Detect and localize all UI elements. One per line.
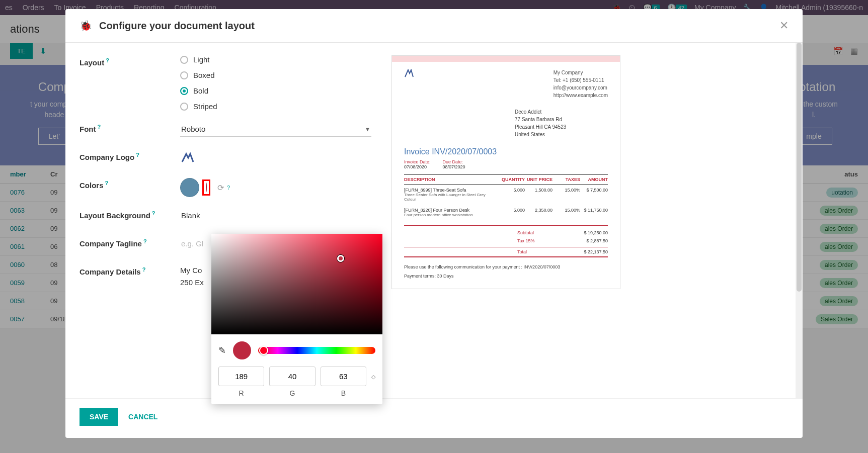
help-icon[interactable]: ? xyxy=(97,124,101,130)
background-value: Blank xyxy=(181,211,200,220)
layout-radios: Light Boxed Bold Striped xyxy=(180,55,371,111)
modal-body: Layout? Light Boxed Bold Striped Font? R… xyxy=(65,43,803,398)
save-button[interactable]: SAVE xyxy=(80,408,118,426)
tagline-input[interactable] xyxy=(180,236,210,251)
document-layout-modal: 🐞 Configure your document layout ✕ Layou… xyxy=(65,9,803,438)
help-icon[interactable]: ? xyxy=(227,185,230,191)
preview-table: DESCRIPTION QUANTITY UNIT PRICE TAXES AM… xyxy=(404,174,608,220)
color-primary-swatch[interactable] xyxy=(180,178,199,197)
radio-boxed[interactable]: Boxed xyxy=(180,71,371,79)
background-select[interactable]: Blank xyxy=(180,208,210,223)
color-picker: ✎ R G B ◇ xyxy=(211,234,382,404)
font-value: Roboto xyxy=(181,125,205,133)
picker-preview-swatch xyxy=(233,341,251,359)
eyedropper-icon[interactable]: ✎ xyxy=(218,345,226,356)
logo-label: Company Logo? xyxy=(80,150,180,161)
preview-logo-icon xyxy=(404,69,414,78)
help-icon[interactable]: ? xyxy=(142,266,146,273)
close-button[interactable]: ✕ xyxy=(779,19,788,32)
company-logo-icon[interactable] xyxy=(180,152,194,164)
b-label: B xyxy=(321,389,366,397)
preview-line: [FURN_8220] Four Person DeskFour person … xyxy=(404,205,608,220)
hue-slider[interactable] xyxy=(258,347,375,354)
preview-invoice-title: Invoice INV/2020/07/0003 xyxy=(392,147,620,156)
g-input[interactable] xyxy=(269,367,315,386)
preview-company: My Company Tel: +1 (650) 555-0111 info@y… xyxy=(554,69,608,99)
help-icon[interactable]: ? xyxy=(106,57,109,63)
help-icon[interactable]: ? xyxy=(136,152,139,158)
scrollbar-thumb[interactable] xyxy=(797,43,802,292)
background-label: Layout Background? xyxy=(80,208,180,220)
radio-striped[interactable]: Striped xyxy=(180,102,371,111)
r-input[interactable] xyxy=(218,367,264,386)
tagline-label: Company Tagline? xyxy=(80,236,180,248)
chevron-down-icon: ▼ xyxy=(365,126,370,132)
cancel-button[interactable]: CANCEL xyxy=(128,413,157,421)
invoice-preview: My Company Tel: +1 (650) 555-0111 info@y… xyxy=(391,55,620,289)
bug-icon: 🐞 xyxy=(80,20,92,32)
preview-address: Deco Addict 77 Santa Barbara Rd Pleasant… xyxy=(503,104,620,147)
preview-note: Please use the following communication f… xyxy=(392,257,620,274)
b-input[interactable] xyxy=(321,367,366,386)
picker-cursor[interactable] xyxy=(337,255,344,262)
color-secondary-swatch-selected[interactable] xyxy=(202,179,210,196)
colors-label: Colors? xyxy=(80,178,180,190)
refresh-icon[interactable]: ⟳ xyxy=(217,183,224,193)
preview-line: [FURN_8999] Three-Seat SofaThree Seater … xyxy=(404,185,608,205)
modal-header: 🐞 Configure your document layout ✕ xyxy=(65,9,803,43)
preview-column: My Company Tel: +1 (650) 555-0111 info@y… xyxy=(391,55,788,398)
radio-light[interactable]: Light xyxy=(180,55,371,64)
r-label: R xyxy=(218,389,264,397)
scrollbar[interactable] xyxy=(796,43,803,398)
help-icon[interactable]: ? xyxy=(152,210,155,216)
radio-bold[interactable]: Bold xyxy=(180,86,371,95)
picker-saturation-area[interactable] xyxy=(211,234,382,334)
layout-label: Layout? xyxy=(80,55,180,67)
modal-footer: SAVE CANCEL xyxy=(65,398,803,438)
modal-title: Configure your document layout xyxy=(99,20,255,32)
preview-terms: Payment terms: 30 Days xyxy=(392,274,620,289)
g-label: G xyxy=(269,389,315,397)
details-label: Company Details? xyxy=(80,264,180,276)
font-select[interactable]: Roboto ▼ xyxy=(180,122,371,137)
preview-dates: Invoice Date:07/08/2020 Due Date:08/07/2… xyxy=(392,159,620,172)
font-label: Font? xyxy=(80,122,180,133)
format-toggle-icon[interactable]: ◇ xyxy=(371,367,375,380)
help-icon[interactable]: ? xyxy=(105,180,109,186)
help-icon[interactable]: ? xyxy=(143,238,147,244)
hue-handle[interactable] xyxy=(259,346,268,355)
preview-totals: Subtotal$ 19,250.00 Tax 15%$ 2,887.50 To… xyxy=(404,225,608,257)
